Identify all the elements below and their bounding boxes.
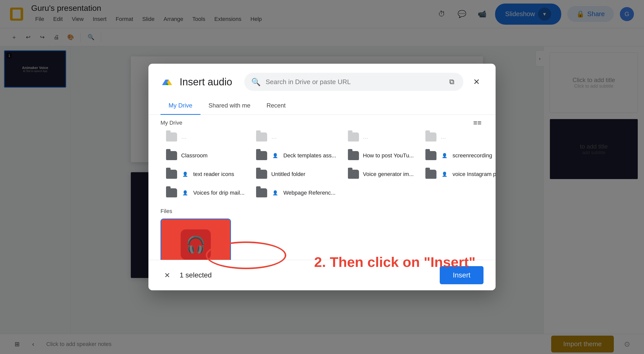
folder-name: voice Instagram po... <box>453 171 496 178</box>
audio-headphone-icon: 🎧 <box>181 229 211 260</box>
audio-thumb: 🎧 <box>161 219 230 260</box>
folder-deck-templates[interactable]: 👤 Deck templates ass... <box>251 147 342 165</box>
close-dialog-button[interactable]: ✕ <box>469 75 484 89</box>
folder-icon <box>348 132 359 141</box>
shared-folder-icon <box>166 170 177 179</box>
folder-screenrecording[interactable]: 👤 screenrecording <box>420 147 496 165</box>
tab-recent[interactable]: Recent <box>258 97 294 115</box>
shared-folder-icon <box>256 188 267 197</box>
folder-item[interactable]: … <box>342 128 419 146</box>
audio-file-item[interactable]: 🎧 ♪ Eng US voice.mp3 <box>160 219 231 260</box>
shared-folder-icon <box>256 151 267 160</box>
folder-how-to-post[interactable]: How to post YouTu... <box>342 147 419 165</box>
clear-selection-button[interactable]: ✕ <box>160 269 174 282</box>
folder-item[interactable]: … <box>251 128 342 146</box>
insert-audio-dialog: Insert audio 🔍 ⧉ ✕ My Drive Shared with … <box>148 64 496 290</box>
folder-icon <box>166 132 177 141</box>
folder-name: Voice generator im... <box>363 171 414 178</box>
folder-webpage-reference[interactable]: 👤 Webpage Referenc... <box>251 184 342 202</box>
folder-icon <box>256 170 267 179</box>
tab-my-drive[interactable]: My Drive <box>160 97 200 115</box>
folder-voice-generator[interactable]: Voice generator im... <box>342 165 419 183</box>
folder-icon <box>425 132 436 141</box>
shared-badge: 👤 <box>440 170 449 178</box>
dialog-body: … … … … … <box>148 128 496 260</box>
folder-name: text reader icons <box>193 171 234 178</box>
folder-item[interactable]: … <box>420 128 496 146</box>
folder-untitled[interactable]: Untitled folder <box>251 165 342 183</box>
folder-text-reader-icons[interactable]: 👤 text reader icons <box>160 165 250 183</box>
shared-folder-icon <box>166 188 177 197</box>
modal-overlay: Insert audio 🔍 ⧉ ✕ My Drive Shared with … <box>0 0 644 354</box>
folder-voice-instagram[interactable]: 👤 voice Instagram po... <box>420 165 496 183</box>
folders-grid: … … … … … <box>160 128 484 202</box>
grid-view-toggle[interactable]: ≡≡ <box>471 117 484 129</box>
dialog-tabs: My Drive Shared with me Recent <box>148 97 496 115</box>
shared-badge: 👤 <box>181 189 189 197</box>
insert-button[interactable]: Insert <box>440 266 484 284</box>
shared-badge: 👤 <box>271 189 279 197</box>
folder-name: screenrecording <box>453 152 492 159</box>
folder-icon <box>166 151 177 160</box>
breadcrumb: My Drive <box>160 120 182 126</box>
search-icon: 🔍 <box>251 78 261 86</box>
folder-icon <box>256 132 267 141</box>
folder-classroom[interactable]: Classroom <box>160 147 250 165</box>
shared-badge: 👤 <box>440 152 449 160</box>
dialog-title: Insert audio <box>180 76 232 88</box>
folder-name: Classroom <box>181 152 208 159</box>
files-section: Files 🎧 ♪ Eng US voice.mp3 <box>160 204 484 260</box>
search-bar: 🔍 ⧉ <box>244 73 463 91</box>
shared-folder-icon <box>425 170 436 179</box>
folder-name: Voices for drip mail... <box>193 190 245 196</box>
search-input[interactable] <box>266 78 442 86</box>
shared-badge: 👤 <box>271 152 279 160</box>
folder-name: Webpage Referenc... <box>283 190 336 196</box>
folder-voices-drip[interactable]: 👤 Voices for drip mail... <box>160 184 250 202</box>
folder-icon <box>348 151 359 160</box>
folder-item[interactable]: … <box>160 128 250 146</box>
shared-badge: 👤 <box>181 170 189 178</box>
dialog-header: Insert audio 🔍 ⧉ ✕ <box>148 64 496 91</box>
selected-count-label: 1 selected <box>180 271 212 279</box>
folder-name: How to post YouTu... <box>363 152 414 159</box>
filter-icon[interactable]: ⧉ <box>447 76 456 88</box>
folder-icon <box>348 170 359 179</box>
dialog-footer: ✕ 1 selected Insert <box>148 260 496 290</box>
folder-name: Deck templates ass... <box>283 152 336 159</box>
files-section-label: Files <box>160 206 484 219</box>
google-drive-logo <box>160 75 174 88</box>
shared-folder-icon <box>425 151 436 160</box>
tab-shared-with-me[interactable]: Shared with me <box>200 97 259 115</box>
folder-name: Untitled folder <box>271 171 305 178</box>
